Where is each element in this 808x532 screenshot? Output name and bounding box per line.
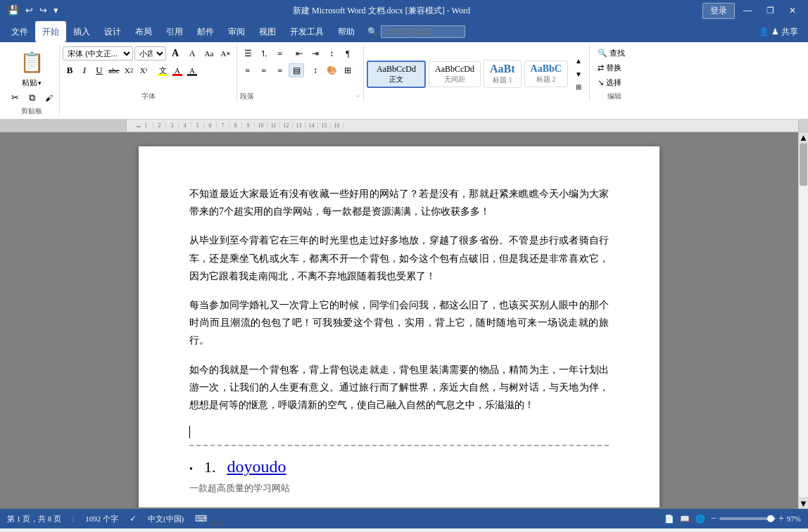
- share-button[interactable]: 👤♟ 共享: [753, 21, 804, 42]
- menu-file[interactable]: 文件: [4, 21, 35, 42]
- replace-button[interactable]: ⇄替换: [593, 61, 626, 75]
- menu-references[interactable]: 引用: [159, 21, 190, 42]
- cursor-position: [189, 425, 609, 439]
- menu-developer[interactable]: 开发工具: [283, 21, 331, 42]
- find-button[interactable]: 🔍查找: [593, 46, 630, 60]
- align-center-button[interactable]: ≡: [256, 63, 272, 77]
- clipboard-group: 📋 粘贴 ▾ ✂ ⧉ 🖌 剪贴板: [4, 45, 60, 116]
- customize-quick-access-icon[interactable]: ▾: [51, 4, 61, 18]
- title-bar-right: 登录 — ❐ ✕: [702, 3, 802, 19]
- document-page[interactable]: 不知道最近大家最近有没有收藏一些好用的网站了？若是没有，那就赶紧来瞧瞧今天小编为…: [139, 146, 659, 507]
- title-bar-left: 💾 ↩ ↪ ▾: [6, 4, 61, 18]
- subscript-button[interactable]: X2: [122, 63, 136, 77]
- styles-more[interactable]: ⊞: [571, 80, 586, 94]
- menu-layout[interactable]: 布局: [128, 21, 159, 42]
- decrease-indent-button[interactable]: ⇤: [291, 46, 307, 61]
- vertical-scrollbar[interactable]: ▲ ▼: [798, 132, 808, 509]
- multilevel-list-button[interactable]: ≡: [272, 46, 288, 61]
- styles-group: AaBbCcDd 正文 AaBbCcDd 无间距 AaBt 标题 1 AaBbC…: [364, 45, 590, 101]
- restore-button[interactable]: ❐: [760, 3, 780, 18]
- style-no-spacing[interactable]: AaBbCcDd 无间距: [429, 61, 481, 87]
- bullet-marker: •: [189, 464, 193, 475]
- italic-button[interactable]: I: [77, 63, 91, 77]
- font-size-select[interactable]: 小四: [134, 46, 166, 61]
- search-input[interactable]: [381, 25, 465, 38]
- menu-review[interactable]: 审阅: [221, 21, 252, 42]
- heading-link[interactable]: doyoudo: [227, 457, 286, 476]
- section-divider: [189, 445, 609, 446]
- scrollbar-down-button[interactable]: ▼: [799, 498, 808, 509]
- word-count: 1092 个字: [85, 514, 118, 524]
- font-name-select[interactable]: 宋体 (中文正...: [63, 46, 133, 61]
- case-button[interactable]: Aa: [201, 46, 217, 61]
- title-bar: 💾 ↩ ↪ ▾ 新建 Microsoft Word 文档.docx [兼容模式]…: [0, 0, 808, 21]
- styles-label: 样式: [211, 518, 225, 529]
- styles-scroll-down[interactable]: ▼: [571, 68, 586, 81]
- paste-dropdown[interactable]: ▾: [38, 80, 42, 87]
- menu-view[interactable]: 视图: [252, 21, 283, 42]
- zoom-in-button[interactable]: +: [778, 513, 784, 524]
- underline-button[interactable]: U: [92, 63, 106, 77]
- zoom-percent: 97%: [787, 514, 801, 523]
- zoom-out-button[interactable]: −: [711, 513, 717, 524]
- save-icon[interactable]: 💾: [6, 4, 21, 18]
- show-marks-button[interactable]: ¶: [340, 46, 355, 61]
- minimize-button[interactable]: —: [738, 3, 757, 18]
- menu-design[interactable]: 设计: [97, 21, 128, 42]
- paragraph-1: 不知道最近大家最近有没有收藏一些好用的网站了？若是没有，那就赶紧来瞧瞧今天小编为…: [189, 185, 609, 220]
- clear-format-button[interactable]: A✕: [218, 46, 234, 61]
- numbering-button[interactable]: ⒈: [256, 46, 272, 61]
- login-button[interactable]: 登录: [702, 3, 735, 19]
- scrollbar-up-button[interactable]: ▲: [799, 132, 808, 144]
- shading-button[interactable]: 🎨: [324, 63, 339, 77]
- close-button[interactable]: ✕: [783, 3, 802, 18]
- view-read-icon[interactable]: 📖: [680, 514, 690, 524]
- line-spacing-button[interactable]: ↕: [308, 63, 323, 77]
- sort-button[interactable]: ↕: [324, 46, 339, 61]
- scrollbar-thumb[interactable]: [800, 144, 807, 186]
- select-button[interactable]: ↘选择: [593, 76, 626, 89]
- style-heading2[interactable]: AaBbC 标题 2: [524, 61, 568, 87]
- increase-indent-button[interactable]: ⇥: [308, 46, 323, 61]
- view-print-icon[interactable]: 📄: [664, 514, 674, 524]
- strikethrough-button[interactable]: abc: [107, 63, 121, 77]
- shrink-font-button[interactable]: A: [184, 46, 200, 61]
- clipboard-label: 剪贴板: [7, 105, 56, 116]
- scrollbar-track: [799, 144, 808, 498]
- align-right-button[interactable]: ≡: [272, 63, 288, 77]
- status-right: 📄 📖 🌐 − + 97%: [664, 513, 801, 524]
- menu-insert[interactable]: 插入: [66, 21, 97, 42]
- format-painter-button[interactable]: 🖌: [41, 91, 56, 105]
- menu-mailings[interactable]: 邮件: [190, 21, 221, 42]
- style-normal[interactable]: AaBbCcDd 正文: [367, 61, 426, 88]
- paragraph-dialog-button[interactable]: ⌐: [357, 92, 360, 99]
- zoom-slider[interactable]: [719, 517, 776, 520]
- menu-home[interactable]: 开始: [35, 21, 66, 42]
- bold-button[interactable]: B: [63, 63, 77, 77]
- font-color-button[interactable]: A: [170, 63, 184, 77]
- paragraph-2: 从毕业到至今背着它在三年的时光里也走过好多地放，穿越了很多省份。不管是步行或者骑…: [189, 232, 609, 285]
- font-group: 宋体 (中文正... 小四 A A Aa A✕ B I U abc X2: [60, 45, 237, 101]
- style-heading1[interactable]: AaBt 标题 1: [484, 60, 522, 88]
- redo-icon[interactable]: ↪: [37, 4, 49, 18]
- grow-font-button[interactable]: A: [168, 46, 183, 61]
- menu-help[interactable]: 帮助: [331, 21, 362, 42]
- styles-scroll-up[interactable]: ▲: [571, 54, 586, 68]
- justify-button[interactable]: ▤: [289, 63, 304, 77]
- font-label: 字体: [63, 90, 234, 101]
- font-color-dropdown[interactable]: A: [185, 63, 199, 77]
- view-web-icon[interactable]: 🌐: [695, 514, 705, 524]
- cut-button[interactable]: ✂: [7, 91, 23, 105]
- paste-button[interactable]: 📋: [14, 46, 49, 77]
- page-info: 第 1 页，共 8 页: [7, 514, 61, 524]
- bullets-button[interactable]: ☰: [240, 46, 255, 61]
- highlight-color-button[interactable]: 文: [156, 63, 170, 77]
- undo-icon[interactable]: ↩: [23, 4, 35, 18]
- paragraph-3: 每当参加同学婚礼又一次背上它的时候，同学们会问我，都这么旧了，也该买买别人眼中的…: [189, 296, 609, 350]
- borders-button[interactable]: ⊞: [340, 63, 355, 77]
- heading-1-block: • 1. doyoudo: [189, 457, 609, 476]
- align-left-button[interactable]: ≡: [240, 63, 255, 77]
- copy-button[interactable]: ⧉: [24, 91, 39, 105]
- superscript-button[interactable]: X²: [137, 63, 151, 77]
- paragraph-label: 段落: [240, 90, 254, 101]
